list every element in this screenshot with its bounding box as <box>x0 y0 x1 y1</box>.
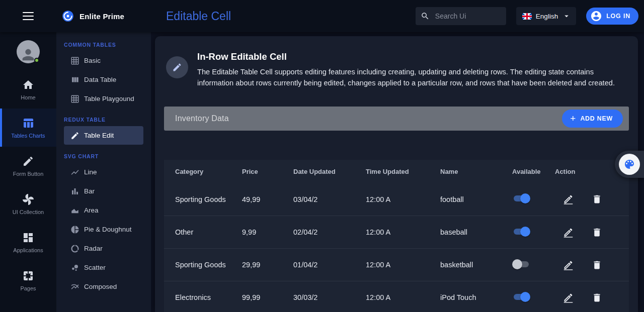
edit-pencil-icon <box>22 155 34 167</box>
nav-item-label: Pie & Doughnut <box>84 226 132 233</box>
brand-name: Enlite Prime <box>79 12 124 21</box>
nav-item-label: Table Playgound <box>84 95 134 102</box>
delete-row-button[interactable] <box>589 257 605 273</box>
nav-item-radar[interactable]: Radar <box>64 239 143 258</box>
brand[interactable]: Enlite Prime <box>61 10 124 23</box>
app-header: Enlite Prime Editable Cell English LOG I… <box>0 0 644 32</box>
cell-action <box>555 289 629 306</box>
nav-item-label: Basic <box>84 57 101 64</box>
rail-item-label: Form Button <box>13 171 44 177</box>
add-new-label: ADD NEW <box>580 115 613 122</box>
rail-item-tables-charts[interactable]: Tables Charts <box>0 109 56 147</box>
home-icon <box>22 79 34 91</box>
nav-item-label: Table Edit <box>84 132 114 139</box>
section-title: In-Row Editable Cell <box>197 51 626 62</box>
page-title: Editable Cell <box>166 10 231 23</box>
add-new-button[interactable]: + ADD NEW <box>562 110 623 128</box>
available-toggle[interactable] <box>512 227 530 237</box>
table-toolbar: Inventory Data + ADD NEW <box>164 107 629 131</box>
cell-price: 99,99 <box>242 293 293 301</box>
nav-item-table-playgound[interactable]: Table Playgound <box>64 89 143 108</box>
rail-item-home[interactable]: Home <box>0 70 56 109</box>
nav-sidebar: COMMON TABLESBasicData TableTable Playgo… <box>56 32 151 312</box>
delete-row-button[interactable] <box>589 191 605 207</box>
rail-item-ui-collection[interactable]: UI Collection <box>0 185 56 223</box>
view-column-icon <box>70 75 79 84</box>
available-toggle[interactable] <box>512 193 530 203</box>
cell-available <box>512 227 555 238</box>
rail-item-label: Tables Charts <box>11 133 45 139</box>
pages-icon <box>22 270 34 282</box>
toggle-thumb <box>520 227 530 237</box>
nav-item-label: Line <box>84 168 97 176</box>
rail-item-applications[interactable]: Applications <box>0 223 56 261</box>
column-header-time-updated: Time Updated <box>366 168 440 175</box>
nav-item-table-edit[interactable]: Table Edit <box>64 126 143 145</box>
nav-item-area[interactable]: Area <box>64 201 143 220</box>
toggle-thumb <box>512 259 522 269</box>
toggle-thumb <box>520 193 530 203</box>
user-avatar[interactable] <box>17 40 40 63</box>
grid-icon <box>70 94 79 103</box>
table-chart-icon <box>22 117 34 129</box>
nav-item-data-table[interactable]: Data Table <box>64 70 143 89</box>
rail-item-form-button[interactable]: Form Button <box>0 147 56 185</box>
cell-category: Sporting Goods <box>175 195 242 203</box>
online-status-dot <box>34 58 39 63</box>
column-header-name: Name <box>440 168 512 175</box>
theme-palette-button[interactable] <box>615 151 644 178</box>
nav-section-title: COMMON TABLES <box>64 42 143 48</box>
login-button[interactable]: LOG IN <box>586 8 638 25</box>
cell-action <box>555 224 629 241</box>
nav-item-label: Area <box>84 206 99 214</box>
edit-pencil-icon <box>172 62 182 72</box>
sidebar-toggle-button[interactable] <box>0 7 56 25</box>
edit-pencil-icon <box>70 131 79 140</box>
column-header-category: Category <box>175 168 242 175</box>
edit-row-button[interactable] <box>560 224 577 241</box>
cell-name: football <box>440 195 512 203</box>
delete-row-button[interactable] <box>589 224 605 241</box>
area-chart-icon <box>70 206 79 215</box>
cell-price: 49,99 <box>242 195 293 203</box>
login-label: LOG IN <box>606 13 630 20</box>
cell-time-updated: 12:00 A <box>366 228 440 236</box>
edit-row-button[interactable] <box>560 289 577 306</box>
nav-section-title: REDUX TABLE <box>64 117 143 123</box>
nav-item-bar[interactable]: Bar <box>64 182 143 200</box>
nav-sections: COMMON TABLESBasicData TableTable Playgo… <box>56 42 151 296</box>
icon-rail: HomeTables ChartsForm ButtonUI Collectio… <box>0 32 56 312</box>
available-toggle[interactable] <box>512 259 530 269</box>
rail-item-pages[interactable]: Pages <box>0 261 56 299</box>
header-actions: English LOG IN <box>416 0 638 32</box>
cell-date-updated: 01/04/2 <box>293 261 366 269</box>
toggle-thumb <box>520 292 530 302</box>
rail-item-label: Home <box>21 94 35 100</box>
pie-chart-icon <box>70 225 79 234</box>
language-label: English <box>536 13 558 20</box>
nav-section-title: SVG CHART <box>64 153 143 159</box>
nav-item-basic[interactable]: Basic <box>64 51 143 70</box>
edit-row-button[interactable] <box>560 191 577 207</box>
page-intro: In-Row Editable Cell The Editable Table … <box>155 36 638 88</box>
language-selector[interactable]: English <box>516 7 576 25</box>
nav-item-composed[interactable]: Composed <box>64 277 143 296</box>
nav-item-pie-doughnut[interactable]: Pie & Doughnut <box>64 220 143 239</box>
edit-row-button[interactable] <box>560 257 577 273</box>
search-box[interactable] <box>416 7 506 25</box>
inventory-table: CategoryPriceDate UpdatedTime UpdatedNam… <box>164 160 629 312</box>
delete-row-button[interactable] <box>589 289 605 306</box>
available-toggle[interactable] <box>512 292 530 302</box>
edit-pencil-underline-icon <box>563 260 574 270</box>
rail-item-label: Pages <box>20 285 36 291</box>
section-description: The Editable Table Cell supports editing… <box>197 67 626 88</box>
nav-item-scatter[interactable]: Scatter <box>64 258 143 277</box>
search-input[interactable] <box>434 12 502 21</box>
cell-name: iPod Touch <box>440 293 512 301</box>
nav-item-label: Bar <box>84 187 95 195</box>
cell-available <box>512 259 555 271</box>
cell-available <box>512 193 555 205</box>
radar-chart-icon <box>70 244 79 253</box>
nav-item-line[interactable]: Line <box>64 163 143 181</box>
palette-button-circle <box>619 154 640 175</box>
